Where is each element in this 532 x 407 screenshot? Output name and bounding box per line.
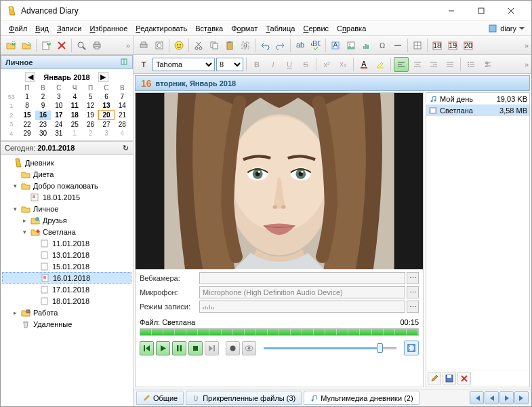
progress-bar[interactable] xyxy=(140,328,419,336)
menu-format[interactable]: Формат xyxy=(227,23,262,34)
print-icon[interactable] xyxy=(89,38,104,53)
select-all-icon[interactable]: a xyxy=(238,38,253,53)
nav-last[interactable] xyxy=(514,391,529,404)
calendar-next[interactable]: ▶ xyxy=(98,72,108,82)
date-20[interactable]: 20 xyxy=(461,38,476,53)
tree-entry-selected[interactable]: 16.01.2018 xyxy=(2,272,131,284)
font-select[interactable]: Tahoma xyxy=(152,58,215,71)
play-button[interactable] xyxy=(156,341,170,355)
date-19[interactable]: 19 xyxy=(445,38,460,53)
strike-icon[interactable]: S xyxy=(298,57,313,72)
tree-work[interactable]: ▸Работа xyxy=(2,307,131,318)
nav-prev[interactable] xyxy=(485,391,499,404)
menu-help[interactable]: Справка xyxy=(333,23,370,34)
superscript-icon[interactable]: x² xyxy=(319,57,334,72)
calendar-month[interactable]: Январь 2018 xyxy=(38,73,95,81)
tree-entry[interactable]: 17.01.2018 xyxy=(2,284,131,295)
align-justify-icon[interactable] xyxy=(443,57,457,72)
align-center-icon[interactable] xyxy=(410,57,425,72)
mic-dropdown[interactable]: ⋯ xyxy=(407,286,419,298)
tree-welcome-date[interactable]: 18.01.2015 xyxy=(2,191,131,203)
print-icon[interactable] xyxy=(136,38,151,53)
preview-icon[interactable] xyxy=(152,38,167,53)
tree-svetlana[interactable]: ▾Светлана xyxy=(2,226,131,237)
close-button[interactable] xyxy=(496,1,526,20)
text-color-icon[interactable]: A xyxy=(356,57,371,72)
subscript-icon[interactable]: x₂ xyxy=(335,57,350,72)
skip-end-button[interactable] xyxy=(205,341,219,355)
tree-personal[interactable]: ▾Личное xyxy=(2,203,131,214)
menu-entries[interactable]: Записи xyxy=(53,23,86,34)
copy-icon[interactable] xyxy=(207,38,222,53)
save-file-button[interactable] xyxy=(443,372,456,385)
mode-dropdown[interactable]: ⋯ xyxy=(407,301,419,313)
tree-entry[interactable]: 18.01.2018 xyxy=(2,295,131,307)
tab-general[interactable]: Общие xyxy=(136,391,184,405)
goto-today-icon[interactable]: ↻ xyxy=(123,144,129,153)
pause-button[interactable] xyxy=(172,341,186,355)
tree-friends[interactable]: ▸Друзья xyxy=(2,214,131,226)
menu-table[interactable]: Таблица xyxy=(262,23,299,34)
symbol-icon[interactable]: Ω xyxy=(375,38,390,53)
text-mode-icon[interactable]: A xyxy=(328,38,343,53)
diary-selector[interactable]: diary xyxy=(485,22,527,35)
file-row[interactable]: Мой день19,03 KB xyxy=(426,93,529,104)
eye-button[interactable] xyxy=(242,341,256,355)
maximize-button[interactable] xyxy=(466,1,496,20)
menu-favorites[interactable]: Избранное xyxy=(86,23,132,34)
record-button[interactable] xyxy=(226,341,240,355)
fullscreen-button[interactable] xyxy=(404,341,419,355)
tree-entry[interactable]: 13.01.2018 xyxy=(2,249,131,260)
stop-button[interactable] xyxy=(188,341,203,355)
new-folder-icon[interactable]: + xyxy=(3,38,18,53)
align-left-icon[interactable] xyxy=(394,57,409,72)
smiley-icon[interactable] xyxy=(171,38,186,53)
paste-icon[interactable] xyxy=(222,38,237,53)
tree-welcome[interactable]: ▾Добро пожаловать xyxy=(2,180,131,191)
webcam-dropdown[interactable]: ⋯ xyxy=(407,272,419,284)
image-icon[interactable] xyxy=(344,38,359,53)
undo-icon[interactable] xyxy=(258,38,272,53)
minimize-button[interactable] xyxy=(436,1,466,20)
line-icon[interactable] xyxy=(390,38,405,53)
date-18[interactable]: 18 xyxy=(430,38,445,53)
chart-icon[interactable] xyxy=(359,38,374,53)
table-icon[interactable] xyxy=(410,38,425,53)
cut-icon[interactable] xyxy=(191,38,206,53)
menu-insert[interactable]: Вставка xyxy=(191,23,227,34)
tree-entry[interactable]: 11.01.2018 xyxy=(2,237,131,249)
size-select[interactable]: 8 xyxy=(216,58,243,71)
spellcheck-icon[interactable]: ABC xyxy=(308,38,323,53)
volume-slider[interactable] xyxy=(264,346,396,351)
redo-icon[interactable] xyxy=(273,38,288,53)
menu-file[interactable]: Файл xyxy=(5,23,31,34)
highlight-icon[interactable] xyxy=(373,57,388,72)
delete-file-button[interactable] xyxy=(457,372,471,385)
menu-edit[interactable]: Редактировать xyxy=(131,23,191,34)
align-right-icon[interactable] xyxy=(426,57,441,72)
underline-icon[interactable]: U xyxy=(282,57,297,72)
tab-attachments[interactable]: Прикрепленные файлы (3) xyxy=(186,391,302,405)
tree-entry[interactable]: 15.01.2018 xyxy=(2,260,131,272)
menu-view[interactable]: Вид xyxy=(31,23,53,34)
file-row-selected[interactable]: Светлана3,58 MB xyxy=(426,104,529,116)
skip-start-button[interactable] xyxy=(140,341,154,355)
nav-next[interactable] xyxy=(499,391,514,404)
new-entry-icon[interactable]: + xyxy=(39,38,54,53)
nav-first[interactable] xyxy=(470,391,484,404)
menu-service[interactable]: Сервис xyxy=(299,23,333,34)
calendar-prev[interactable]: ◀ xyxy=(25,72,35,82)
italic-icon[interactable]: I xyxy=(266,57,281,72)
delete-icon[interactable] xyxy=(54,38,69,53)
tree-trash[interactable]: Удаленные xyxy=(2,318,131,330)
pin-icon[interactable] xyxy=(120,58,128,67)
tab-multimedia[interactable]: Мультимедиа дневники (2) xyxy=(304,391,419,405)
search-icon[interactable] xyxy=(74,38,89,53)
style-icon[interactable]: T xyxy=(136,57,151,72)
edit-file-button[interactable] xyxy=(428,372,441,385)
numbers-icon[interactable]: 12 xyxy=(480,57,495,72)
tree-diet[interactable]: Диета xyxy=(2,168,131,180)
bullets-icon[interactable] xyxy=(464,57,478,72)
open-folder-icon[interactable] xyxy=(19,38,34,53)
bold-icon[interactable]: B xyxy=(249,57,264,72)
